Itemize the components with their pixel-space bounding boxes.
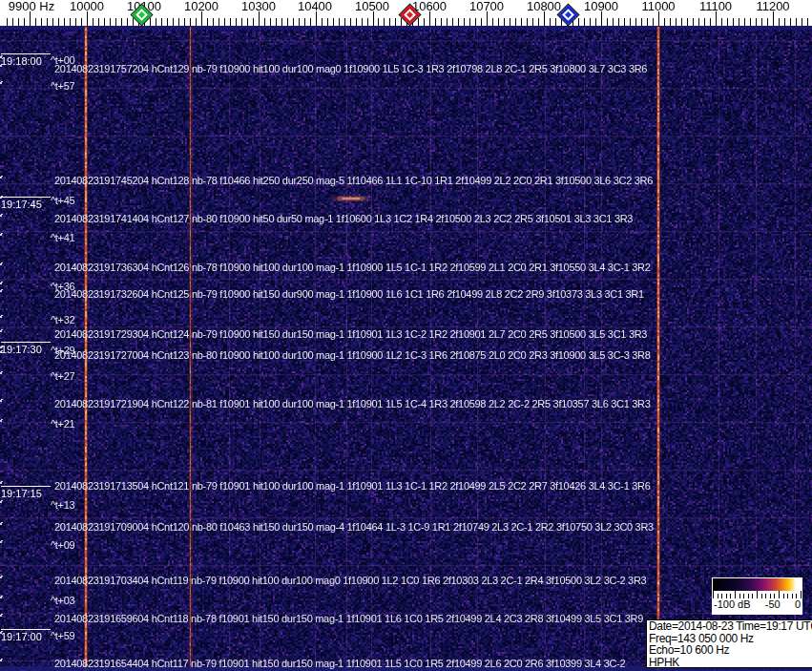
frequency-ruler[interactable]: 9900 Hz100001010010200103001040010500106… — [0, 0, 812, 26]
color-scale-labels: -100 dB -50 0 — [712, 598, 802, 611]
freq-tick-label: 11100 — [699, 0, 732, 13]
green-diamond-marker-dot — [138, 11, 145, 18]
freq-tick-label: 10000 — [70, 0, 104, 13]
freq-tick-label: 11000 — [641, 0, 675, 13]
color-scale-legend[interactable]: -100 dB -50 0 — [712, 577, 802, 615]
legend-label-min: -100 dB — [714, 598, 751, 611]
blue-diamond-marker-dot — [565, 11, 572, 18]
freq-tick-label: 10500 — [355, 0, 389, 13]
info-box-line: Echo=10 600 Hz — [649, 644, 810, 657]
freq-tick-label: 10200 — [184, 0, 219, 13]
red-diamond-marker-dot — [406, 11, 413, 18]
freq-tick-label: 10300 — [241, 0, 276, 13]
info-box-line: HPHK — [649, 657, 810, 669]
legend-label-mid: -50 — [765, 598, 781, 611]
legend-label-max: 0 — [795, 598, 801, 611]
color-scale-gradient — [713, 578, 802, 591]
status-info-box: Date=2014-08-23 Time=19:17 UTCFreq=143 0… — [646, 619, 812, 668]
freq-tick-label: 11200 — [756, 0, 789, 13]
freq-tick-label: 10400 — [298, 0, 332, 13]
freq-tick-label: 10800 — [527, 0, 561, 13]
info-box-line: Date=2014-08-23 Time=19:17 UTC — [649, 620, 810, 633]
spectrogram-screen: 9900 Hz100001010010200103001040010500106… — [0, 0, 812, 671]
freq-tick-label: 9900 Hz — [9, 0, 54, 13]
waterfall-canvas[interactable] — [0, 0, 812, 671]
color-scale-ticks — [713, 591, 802, 598]
freq-tick-label: 10900 — [584, 0, 618, 13]
freq-tick-label: 10700 — [469, 0, 504, 13]
